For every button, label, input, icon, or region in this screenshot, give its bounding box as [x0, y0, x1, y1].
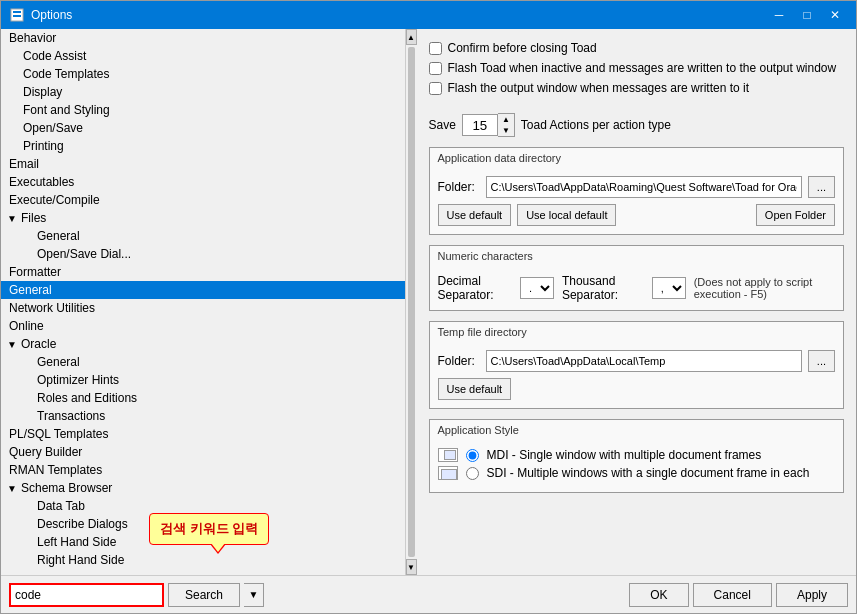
app-data-folder-label: Folder:: [438, 180, 480, 194]
search-dropdown-btn[interactable]: ▼: [244, 583, 264, 607]
sidebar-container: Behavior Code Assist Code Templates Disp…: [1, 29, 417, 575]
checkbox-row-confirm: Confirm before closing Toad: [429, 41, 845, 55]
title-text: Options: [31, 8, 72, 22]
sdi-radio[interactable]: [466, 467, 479, 480]
title-bar-left: Options: [9, 7, 72, 23]
sidebar-item-font-styling[interactable]: Font and Styling: [1, 101, 405, 119]
sidebar-group-files-label: Files: [21, 211, 46, 225]
numeric-row: Decimal Separator: . , Thousand Separato…: [438, 274, 836, 302]
sidebar-item-online[interactable]: Online: [1, 317, 405, 335]
flash-output-checkbox[interactable]: [429, 82, 442, 95]
sidebar-item-network-utilities[interactable]: Network Utilities: [1, 299, 405, 317]
sidebar-item-execute-compile[interactable]: Execute/Compile: [1, 191, 405, 209]
apply-button[interactable]: Apply: [776, 583, 848, 607]
sidebar-item-open-save[interactable]: Open/Save: [1, 119, 405, 137]
sidebar-item-right-hand-side[interactable]: Right Hand Side: [1, 551, 405, 569]
expand-icon-oracle: ▼: [5, 337, 19, 351]
app-data-use-default-btn[interactable]: Use default: [438, 204, 512, 226]
options-window: Options ─ □ ✕ Behavior Code Assist Code …: [0, 0, 857, 614]
confirm-close-checkbox[interactable]: [429, 42, 442, 55]
sidebar-item-plsql-templates[interactable]: PL/SQL Templates: [1, 425, 405, 443]
main-content: Behavior Code Assist Code Templates Disp…: [1, 29, 856, 575]
sidebar-item-behavior[interactable]: Behavior: [1, 29, 405, 47]
temp-dir-folder-row: Folder: ...: [438, 350, 836, 372]
save-value-input[interactable]: [462, 114, 498, 136]
temp-dir-browse-btn[interactable]: ...: [808, 350, 835, 372]
sidebar-item-transactions[interactable]: Transactions: [1, 407, 405, 425]
decimal-select[interactable]: . ,: [520, 277, 554, 299]
app-data-folder-input[interactable]: [486, 176, 802, 198]
app-data-dir-group: Application data directory Folder: ... U…: [429, 147, 845, 235]
app-data-open-folder-btn[interactable]: Open Folder: [756, 204, 835, 226]
app-style-group: Application Style MDI - Single window wi…: [429, 419, 845, 493]
app-data-use-local-default-btn[interactable]: Use local default: [517, 204, 616, 226]
sidebar-item-general-files[interactable]: General: [1, 227, 405, 245]
svg-rect-1: [13, 11, 21, 13]
thousand-select[interactable]: , .: [652, 277, 686, 299]
sidebar-item-query-builder[interactable]: Query Builder: [1, 443, 405, 461]
temp-dir-folder-label: Folder:: [438, 354, 480, 368]
expand-icon-schema-browser: ▼: [5, 481, 19, 495]
sidebar-item-rman-templates[interactable]: RMAN Templates: [1, 461, 405, 479]
scroll-down-btn[interactable]: ▼: [406, 559, 417, 575]
app-data-browse-btn[interactable]: ...: [808, 176, 835, 198]
temp-dir-title: Temp file directory: [438, 322, 844, 340]
mdi-label: MDI - Single window with multiple docume…: [487, 448, 762, 462]
sidebar-item-formatter[interactable]: Formatter: [1, 263, 405, 281]
sdi-icon: [438, 466, 458, 480]
sidebar-item-general-oracle[interactable]: General: [1, 353, 405, 371]
sidebar-group-schema-browser[interactable]: ▼ Schema Browser: [1, 479, 405, 497]
sidebar-item-display[interactable]: Display: [1, 83, 405, 101]
title-controls: ─ □ ✕: [766, 5, 848, 25]
temp-dir-folder-input[interactable]: [486, 350, 802, 372]
sidebar-item-code-assist[interactable]: Code Assist: [1, 47, 405, 65]
sdi-label: SDI - Multiple windows with a single doc…: [487, 466, 810, 480]
checkbox-row-flash-inactive: Flash Toad when inactive and messages ar…: [429, 61, 845, 75]
save-label: Save: [429, 118, 456, 132]
temp-dir-use-default-btn[interactable]: Use default: [438, 378, 512, 400]
sidebar-item-open-save-dial[interactable]: Open/Save Dial...: [1, 245, 405, 263]
sidebar-item-general[interactable]: General: [1, 281, 405, 299]
sidebar-scrollbar[interactable]: ▲ ▼: [405, 29, 417, 575]
sidebar: Behavior Code Assist Code Templates Disp…: [1, 29, 405, 575]
numeric-content: Decimal Separator: . , Thousand Separato…: [430, 270, 844, 310]
sidebar-item-optimizer-hints[interactable]: Optimizer Hints: [1, 371, 405, 389]
sidebar-item-roles-editions[interactable]: Roles and Editions: [1, 389, 405, 407]
checkbox-row-flash-output: Flash the output window when messages ar…: [429, 81, 845, 95]
thousand-label: Thousand Separator:: [562, 274, 644, 302]
maximize-button[interactable]: □: [794, 5, 820, 25]
search-input[interactable]: [9, 583, 164, 607]
checkbox-section: Confirm before closing Toad Flash Toad w…: [429, 41, 845, 101]
spinner-up-btn[interactable]: ▲: [498, 114, 514, 125]
scroll-up-btn[interactable]: ▲: [406, 29, 417, 45]
sdi-row: SDI - Multiple windows with a single doc…: [438, 466, 836, 480]
save-row: Save ▲ ▼ Toad Actions per action type: [429, 113, 845, 137]
sidebar-item-printing[interactable]: Printing: [1, 137, 405, 155]
tooltip-text: 검색 키워드 입력: [160, 521, 258, 536]
decimal-label: Decimal Separator:: [438, 274, 512, 302]
tooltip-bubble: 검색 키워드 입력: [149, 513, 269, 545]
search-button[interactable]: Search: [168, 583, 240, 607]
app-data-dir-title: Application data directory: [438, 148, 844, 166]
flash-output-label: Flash the output window when messages ar…: [448, 81, 750, 95]
sidebar-item-code-templates[interactable]: Code Templates: [1, 65, 405, 83]
sidebar-item-executables[interactable]: Executables: [1, 173, 405, 191]
temp-dir-buttons: Use default: [438, 378, 836, 400]
temp-dir-content: Folder: ... Use default: [430, 346, 844, 408]
minimize-button[interactable]: ─: [766, 5, 792, 25]
spinner-down-btn[interactable]: ▼: [498, 125, 514, 136]
flash-inactive-checkbox[interactable]: [429, 62, 442, 75]
svg-rect-2: [13, 15, 21, 17]
mdi-radio[interactable]: [466, 449, 479, 462]
sidebar-group-oracle[interactable]: ▼ Oracle: [1, 335, 405, 353]
close-button[interactable]: ✕: [822, 5, 848, 25]
scroll-thumb[interactable]: [408, 47, 415, 557]
cancel-button[interactable]: Cancel: [693, 583, 772, 607]
app-style-content: MDI - Single window with multiple docume…: [430, 444, 844, 492]
flash-inactive-label: Flash Toad when inactive and messages ar…: [448, 61, 837, 75]
right-panel: Confirm before closing Toad Flash Toad w…: [417, 29, 857, 575]
sidebar-group-files[interactable]: ▼ Files: [1, 209, 405, 227]
ok-button[interactable]: OK: [629, 583, 688, 607]
title-bar: Options ─ □ ✕: [1, 1, 856, 29]
sidebar-item-email[interactable]: Email: [1, 155, 405, 173]
